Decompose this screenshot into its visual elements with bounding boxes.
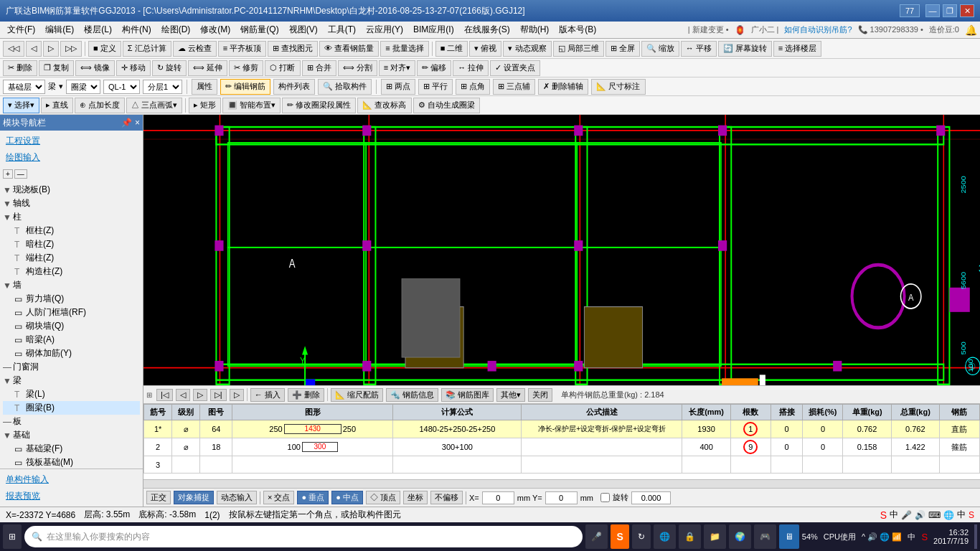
tb-trim[interactable]: ✂ 修剪	[229, 60, 263, 76]
type-select[interactable]: 圈梁	[66, 80, 100, 94]
tb-back[interactable]: ◁◁	[3, 41, 24, 57]
layer-select[interactable]: 基础层	[3, 80, 45, 94]
tree-hidden-beam[interactable]: ▭ 暗梁(A)	[3, 333, 140, 347]
tb-copy[interactable]: ❐ 复制	[39, 60, 74, 76]
tb-set-grip[interactable]: ✓ 设置夹点	[490, 60, 540, 76]
menu-element[interactable]: 构件(N)	[118, 22, 156, 37]
restore-button[interactable]: ❐	[943, 4, 957, 17]
nav-report[interactable]: 报表预览	[3, 489, 140, 504]
menu-bim[interactable]: BIM应用(I)	[409, 22, 458, 37]
menu-draw[interactable]: 绘图(D)	[157, 22, 195, 37]
app-sgj[interactable]: S	[611, 524, 628, 549]
tb-move[interactable]: ✛ 移动	[116, 60, 151, 76]
tree-found-beam[interactable]: ▭ 基础梁(F)	[3, 442, 140, 456]
tb-next[interactable]: ▷	[43, 41, 59, 57]
close-button[interactable]: ✕	[960, 4, 974, 17]
code-select[interactable]: QL-1	[103, 80, 140, 94]
tb-local-3d[interactable]: ◱ 局部三维	[553, 41, 604, 57]
tb-property[interactable]: 属性	[192, 79, 217, 95]
taskbar-mic[interactable]: 🎤	[585, 524, 608, 549]
app-edge[interactable]: 🌐	[654, 524, 676, 549]
tb-point-angle[interactable]: ⊞ 点角	[456, 79, 490, 95]
tb-pan[interactable]: ↔ 平移	[681, 41, 717, 57]
tree-opening[interactable]: — 门窗洞	[3, 360, 140, 374]
tb-rotate[interactable]: 🔄 屏幕旋转	[718, 41, 772, 57]
tb-split[interactable]: ⟺ 分割	[338, 60, 377, 76]
tree-slab2[interactable]: — 板	[3, 415, 140, 428]
snap-rebar-library[interactable]: 📚 钢筋图库	[441, 388, 494, 402]
app-game[interactable]: 🎮	[754, 524, 776, 549]
tb-align-top[interactable]: ≡ 平齐板顶	[218, 41, 266, 57]
snap-object[interactable]: 对象捕捉	[174, 491, 214, 504]
snap-insert[interactable]: ← 插入	[250, 388, 285, 402]
tree-wall[interactable]: ▼ 墙	[3, 278, 140, 292]
tb-extend[interactable]: ⟺ 延伸	[188, 60, 227, 76]
app-chrome[interactable]: 🌍	[729, 524, 751, 549]
app-ie[interactable]: ↻	[632, 524, 651, 549]
tb-top-view[interactable]: ▾ 俯视	[469, 41, 501, 57]
y-input[interactable]	[545, 491, 578, 504]
snap-nav-more[interactable]: ▷	[230, 389, 244, 401]
tb-delete[interactable]: ✂ 删除	[3, 60, 37, 76]
snap-scale-rebar[interactable]: 📐 缩尺配筋	[331, 388, 383, 402]
tb-view-rebar[interactable]: 👁 查看钢筋量	[319, 41, 379, 57]
snap-nav-next[interactable]: ▷	[193, 389, 207, 401]
tb-mirror[interactable]: ⟺ 镜像	[75, 60, 115, 76]
tree-end-col[interactable]: T 端柱(Z)	[3, 251, 140, 265]
nav-pin-btn[interactable]: 📌	[121, 118, 132, 128]
menu-service[interactable]: 在线服务(S)	[460, 22, 514, 37]
tb-offset[interactable]: ✏ 偏移	[417, 60, 451, 76]
nav-close-btn[interactable]: ×	[135, 118, 140, 128]
snap-endpoint[interactable]: ◇ 顶点	[366, 491, 400, 504]
menu-floor[interactable]: 楼层(L)	[80, 22, 116, 37]
snap-close[interactable]: 关闭	[528, 388, 552, 402]
table-row[interactable]: 1* ⌀ 64 250 1430 250	[144, 420, 980, 438]
tree-beam[interactable]: ▼ 梁	[3, 374, 140, 387]
nav-project-settings[interactable]: 工程设置	[3, 133, 140, 149]
snap-rebar-info[interactable]: 🔩 钢筋信息	[386, 388, 438, 402]
taskbar-search[interactable]: 🔍 在这里输入你要搜索的内容	[24, 526, 583, 547]
tb-line[interactable]: ▸ 直线	[41, 98, 73, 113]
tree-raft[interactable]: ▭ 筏板基础(M)	[3, 456, 140, 468]
snap-nav-first[interactable]: |◁	[156, 389, 173, 401]
tree-masonry-rebar[interactable]: ▭ 砌体加筋(Y)	[3, 347, 140, 360]
tb-last[interactable]: ▷▷	[60, 41, 82, 57]
tb-mod-prop[interactable]: ✏ 修改圈梁段属性	[282, 98, 356, 113]
tree-civil-wall[interactable]: ▭ 人防门框墙(RF)	[3, 306, 140, 319]
tree-frame-col[interactable]: T 框柱(Z)	[3, 224, 140, 237]
tree-slab[interactable]: ▼ 现浇板(B)	[3, 183, 140, 197]
tb-batch-select[interactable]: ≡ 批量选择	[380, 41, 428, 57]
tree-hidden-col[interactable]: T 暗柱(Z)	[3, 237, 140, 251]
tb-calc[interactable]: Σ 汇总计算	[123, 41, 171, 57]
tb-smart-layout[interactable]: 🔳 智能布置▾	[222, 98, 281, 113]
menu-cloud[interactable]: 云应用(Y)	[362, 22, 407, 37]
nav-single-element[interactable]: 单构件输入	[3, 472, 140, 487]
tb-pick-element[interactable]: 🔍 拾取构件	[318, 79, 372, 95]
snap-no-offset[interactable]: 不偏移	[430, 491, 463, 504]
tb-two-point[interactable]: ⊞ 两点	[381, 79, 415, 95]
snap-other[interactable]: 其他▾	[496, 388, 525, 402]
menu-tools[interactable]: 工具(T)	[324, 22, 360, 37]
snap-perpendicular[interactable]: ● 垂点	[297, 491, 329, 504]
cad-view[interactable]: A A A1 Y X 2500 5600	[143, 115, 980, 385]
tb-point-length[interactable]: ⊕ 点加长度	[75, 98, 125, 113]
floor-select[interactable]: 分层1	[143, 80, 182, 94]
tree-axis[interactable]: ▼ 轴线	[3, 197, 140, 210]
tb-prev[interactable]: ◁	[26, 41, 42, 57]
snap-midpoint[interactable]: ● 中点	[331, 491, 363, 504]
snap-orthogonal[interactable]: 正交	[146, 491, 171, 504]
tree-block-wall[interactable]: ▭ 砌块墙(Q)	[3, 319, 140, 333]
tb-parallel[interactable]: ⊞ 平行	[418, 79, 453, 95]
tb-arc[interactable]: △ 三点画弧▾	[126, 98, 182, 113]
tb-query-height[interactable]: 📐 查改标高	[357, 98, 411, 113]
nav-draw-input[interactable]: 绘图输入	[3, 150, 140, 165]
menu-rebar[interactable]: 钢筋量(Q)	[236, 22, 283, 37]
tb-edit-rebar[interactable]: ✏ 编辑钢筋	[220, 79, 270, 95]
menu-view[interactable]: 视图(V)	[285, 22, 322, 37]
start-button[interactable]: ⊞	[3, 524, 22, 549]
tb-break[interactable]: ⬡ 打断	[265, 60, 300, 76]
tb-dim[interactable]: 📐 尺寸标注	[591, 79, 645, 95]
tree-column[interactable]: ▼ 柱	[3, 210, 140, 224]
menu-file[interactable]: 文件(F)	[3, 22, 39, 37]
tb-2d[interactable]: ■ 二维	[435, 41, 468, 57]
